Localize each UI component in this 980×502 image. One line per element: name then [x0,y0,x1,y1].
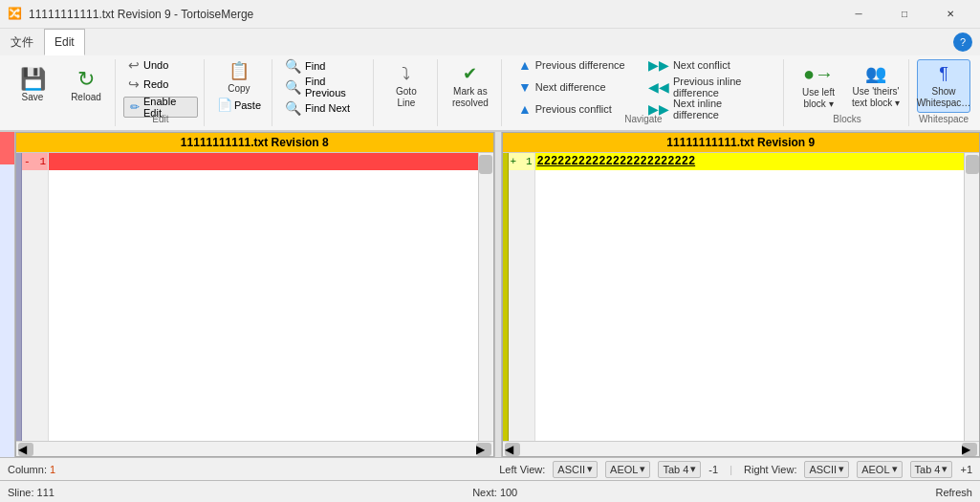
left-hscroll[interactable]: ◀ ▶ [16,441,493,456]
statusbar-1: Column: 1 Left View: ASCII ▾ AEOL ▾ Tab … [0,457,980,480]
left-map-panel [0,132,15,457]
chevron-down-icon-2: ▾ [640,463,645,475]
window-controls: ─ □ ✕ [837,0,972,29]
find-group: 🔍 Find 🔍 Find Previous 🔍 Find Next [274,59,374,126]
sline-label: Sline: 111 [8,487,54,498]
map-indicator [0,132,14,457]
left-panel-header: 11111111111.txt Revision 8 [16,133,493,153]
navigate-label: Navigate [504,114,783,124]
left-view-label: Left View: [499,464,545,475]
find-next-icon: 🔍 [285,100,301,116]
goto-group: ⤵ GotoLine [376,59,438,126]
right-panel-header: 11111111111.txt Revision 9 [503,133,980,153]
next-label: Next: 100 [472,487,517,498]
goto-line-button[interactable]: ⤵ GotoLine [381,61,431,111]
right-tab-dropdown[interactable]: Tab 4 ▾ [910,461,953,478]
right-hscroll-right[interactable]: ▶ [962,443,977,456]
left-code-area[interactable] [49,153,478,441]
help-icon[interactable]: ? [953,33,972,52]
prev-inline-icon: ◀◀ [648,79,669,95]
redo-button[interactable]: ↪ Redo [123,76,198,93]
paste-button[interactable]: 📄 Paste [212,97,266,113]
right-hscroll[interactable]: ◀ ▶ [503,441,980,456]
undo-button[interactable]: ↩ Undo [123,56,198,74]
right-panel: 11111111111.txt Revision 9 + 1 222222222… [502,132,981,457]
use-left-block-button[interactable]: ●→ Use leftblock ▾ [792,59,845,113]
redo-icon: ↪ [128,76,140,92]
use-theirs-button[interactable]: 👥 Use 'theirs'text block ▾ [849,59,903,113]
chevron-down-icon: ▾ [587,463,593,475]
right-line-markers: + 1 [509,153,535,441]
left-code-line-1 [49,153,478,170]
save-button[interactable]: 💾 Save [8,58,57,114]
next-diff-button[interactable]: ▼ Next difference [512,76,636,98]
titlebar: 🔀 11111111111.txt Revision 9 - TortoiseM… [0,0,980,29]
right-plus-indicator: +1 [960,464,972,475]
navigate-rows: ▲ Previous difference ▼ Next difference … [512,55,775,120]
next-conflict-button[interactable]: ▶▶ Next conflict [642,55,775,76]
right-panel-content: + 1 22222222222222222222222 [503,153,980,441]
nav-col-1: ▲ Previous difference ▼ Next difference … [512,55,636,120]
left-panel-content: - 1 [16,153,493,441]
refresh-label: Refresh [935,487,972,498]
find-next-button[interactable]: 🔍 Find Next [280,99,367,117]
navigate-group: ▲ Previous difference ▼ Next difference … [504,59,784,126]
right-aeol-dropdown[interactable]: AEOL ▾ [857,461,902,478]
mark-resolved-button[interactable]: ✔ Mark asresolved [446,61,495,111]
blocks-group: ●→ Use leftblock ▾ 👥 Use 'theirs'text bl… [786,59,909,126]
diff-splitter[interactable] [494,132,502,457]
prev-diff-icon: ▲ [518,57,532,73]
checkmark-icon: ✔ [463,63,477,84]
right-code-line-1: 22222222222222222222222 [535,153,965,170]
left-aeol-dropdown[interactable]: AEOL ▾ [605,461,650,478]
edit-icon: ✏ [130,100,140,114]
paste-icon: 📄 [217,98,232,112]
find-previous-button[interactable]: 🔍 Find Previous [280,76,367,98]
maximize-button[interactable]: □ [882,0,926,29]
minimize-button[interactable]: ─ [837,0,881,29]
reload-button[interactable]: ↻ Reload [61,58,111,114]
column-indicator: Column: 1 [8,464,55,475]
copy-icon: 📋 [229,60,250,81]
statusbar-2: Sline: 111 Next: 100 Refresh [0,480,980,502]
next-diff-icon: ▼ [518,79,532,95]
save-icon: 💾 [20,69,46,90]
left-hscroll-right[interactable]: ▶ [476,443,491,456]
prev-inline-diff-button[interactable]: ◀◀ Previous inline difference [642,76,775,98]
left-panel: 11111111111.txt Revision 8 - 1 [15,132,494,457]
right-line-1-marker: + 1 [509,153,534,170]
find-icon: 🔍 [285,58,301,74]
reload-icon: ↻ [77,69,95,90]
menu-edit[interactable]: Edit [44,29,85,55]
diff-area: 11111111111.txt Revision 8 - 1 [0,132,980,457]
left-vscroll[interactable] [478,153,493,441]
left-line-1-marker: - 1 [22,153,48,170]
undo-group: ↩ Undo ↪ Redo ✏ Enable Edit Edit [118,59,205,126]
next-conflict-icon: ▶▶ [648,57,669,73]
show-whitespace-button[interactable]: ¶ ShowWhitespac… [917,59,970,113]
right-hscroll-left[interactable]: ◀ [505,443,520,456]
right-ascii-dropdown[interactable]: ASCII ▾ [804,461,849,478]
app-icon: 🔀 [8,7,23,22]
right-scroll-thumb [966,155,979,174]
prev-diff-button[interactable]: ▲ Previous difference [512,55,636,76]
edit-group-label: Edit [118,114,204,124]
right-vscroll[interactable] [964,153,979,441]
chevron-down-icon-4: ▾ [838,463,844,475]
nav-col-2: ▶▶ Next conflict ◀◀ Previous inline diff… [642,55,775,120]
right-code-area[interactable]: 22222222222222222222222 [535,153,965,441]
use-left-icon: ●→ [803,63,834,85]
whitespace-icon: ¶ [939,64,948,84]
menu-file[interactable]: 文件 [0,29,44,55]
find-button[interactable]: 🔍 Find [280,57,367,75]
copy-button[interactable]: 📋 Copy [217,59,261,95]
left-line-markers: - 1 [22,153,49,441]
left-tab-dropdown[interactable]: Tab 4 ▾ [658,461,701,478]
left-scroll-thumb [479,155,492,174]
left-hscroll-left[interactable]: ◀ [18,443,33,456]
left-hscroll-track [35,442,474,456]
undo-icon: ↩ [128,57,140,73]
left-ascii-dropdown[interactable]: ASCII ▾ [553,461,598,478]
close-button[interactable]: ✕ [928,0,972,29]
blocks-label: Blocks [786,114,908,124]
